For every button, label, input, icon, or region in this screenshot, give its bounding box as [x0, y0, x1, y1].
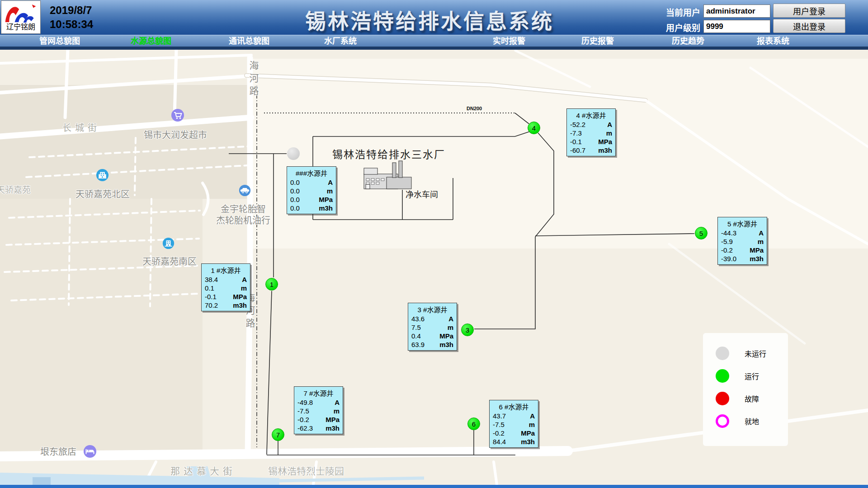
well-marker-idle[interactable] [287, 147, 300, 160]
residence-south-icon [162, 237, 175, 251]
well-marker-6-num: 6 [472, 420, 476, 428]
nav-water-source-overview[interactable]: 水源总貌图 [131, 35, 171, 47]
company-logo: 辽宁铭朗 [1, 0, 41, 34]
well-marker-3[interactable]: 3 [461, 324, 474, 336]
well-unit: MPa [521, 429, 535, 437]
well-box-title: 7 #水源井 [294, 387, 343, 398]
user-level-label: 用户级别 [666, 21, 700, 33]
well-unit: m [529, 420, 535, 429]
well-value: -0.1 [570, 137, 582, 146]
well-data-box-hash: ###水源井 0.0A 0.0m 0.0MPa 0.0m3h [287, 166, 336, 214]
local-status-icon [716, 414, 729, 428]
well-unit: A [607, 120, 612, 129]
well-value: -7.5 [493, 420, 505, 429]
well-value: 0.0 [290, 195, 300, 204]
well-unit: MPa [326, 415, 340, 424]
well-value: -60.7 [570, 146, 585, 155]
status-legend: 未运行 运行 故障 就地 [703, 333, 788, 446]
well-unit: A [448, 314, 453, 323]
nav-bottom-strip [0, 47, 868, 50]
well-unit: m [606, 129, 612, 137]
hotel-label: 垠东旅店 [40, 445, 76, 458]
well-unit: m3h [439, 340, 453, 349]
well-unit: MPa [319, 195, 333, 204]
well-marker-1[interactable]: 1 [265, 278, 278, 291]
well-marker-1-num: 1 [270, 281, 274, 288]
legend-item-local: 就地 [703, 410, 788, 432]
well-marker-6[interactable]: 6 [467, 418, 480, 430]
logout-button[interactable]: 退出登录 [773, 19, 845, 33]
well-marker-5[interactable]: 5 [695, 227, 708, 239]
nadamu-street-label: 那达慕大街 [170, 464, 236, 477]
well-value: -0.2 [721, 246, 733, 254]
well-unit: m3h [598, 146, 612, 155]
idle-status-icon [716, 347, 729, 360]
well-value: 0.1 [205, 284, 214, 292]
well-data-box-3: 3 #水源井 43.6A 7.5m 0.4MPa 63.9m3h [408, 303, 457, 351]
well-unit: MPa [750, 246, 764, 254]
well-unit: MPa [598, 137, 612, 146]
well-value: 43.6 [411, 314, 425, 323]
well-value: 38.4 [205, 275, 218, 284]
workshop-label: 净水车间 [406, 188, 438, 200]
well-value: 43.7 [493, 412, 506, 420]
legend-label: 就地 [745, 416, 759, 427]
well-data-box-5: 5 #水源井 -44.3A -5.9m -0.2MPa -39.0m3h [717, 217, 767, 265]
nav-realtime-alarm[interactable]: 实时报警 [493, 35, 525, 47]
legend-label: 运行 [745, 371, 759, 381]
well-marker-5-num: 5 [699, 230, 703, 237]
well-unit: MPa [439, 332, 453, 340]
well-marker-4[interactable]: 4 [528, 122, 540, 134]
main-nav: 管网总貌图 水源总貌图 通讯总貌图 水厂系统 实时报警 历史报警 历史趋势 报表… [0, 35, 868, 50]
well-unit: m3h [750, 254, 764, 263]
well-unit: m3h [521, 437, 535, 446]
nav-report-system[interactable]: 报表系统 [757, 35, 789, 47]
tire-shop-icon [239, 184, 251, 198]
well-value: -0.2 [297, 415, 309, 424]
haihe-road-label-top: 海河路 [246, 61, 260, 99]
well-value: -7.3 [570, 129, 582, 137]
well-value: -62.3 [297, 424, 313, 432]
datetime: 2019/8/7 10:58:34 [50, 3, 93, 31]
well-value: 63.9 [411, 340, 425, 349]
well-value: 0.0 [290, 178, 300, 187]
well-value: 0.4 [411, 332, 421, 340]
well-marker-7[interactable]: 7 [272, 428, 284, 441]
fault-status-icon [716, 392, 729, 405]
nav-water-plant-system[interactable]: 水厂系统 [324, 35, 357, 47]
nav-history-alarm[interactable]: 历史报警 [581, 35, 614, 47]
plant-title: 锡林浩特给排水三水厂 [332, 146, 445, 161]
current-date: 2019/8/7 [50, 3, 93, 17]
nav-history-trend[interactable]: 历史趋势 [672, 35, 704, 47]
well-box-title: ###水源井 [287, 167, 336, 178]
well-data-box-4: 4 #水源井 -52.2A -7.3m -0.1MPa -60.7m3h [566, 108, 616, 156]
well-unit: m3h [233, 301, 247, 310]
well-unit: A [530, 412, 535, 420]
well-value: -52.2 [570, 120, 585, 129]
well-marker-4-num: 4 [532, 124, 536, 132]
well-unit: m [334, 407, 340, 415]
well-unit: m [241, 284, 247, 292]
well-unit: A [759, 229, 764, 237]
well-value: 7.5 [411, 323, 421, 332]
well-unit: A [328, 178, 333, 187]
well-value: -49.8 [297, 398, 313, 407]
well-unit: m [448, 323, 453, 332]
well-box-title: 3 #水源井 [408, 303, 457, 314]
nav-pipe-network-overview[interactable]: 管网总貌图 [39, 35, 80, 47]
bottom-window-strip [0, 485, 868, 488]
well-unit: m [327, 187, 333, 195]
well-value: -44.3 [721, 229, 736, 237]
current-user-label: 当前用户 [666, 6, 700, 18]
login-button[interactable]: 用户登录 [773, 4, 845, 18]
pipe-diameter-label: DN200 [467, 106, 482, 111]
well-data-box-7: 7 #水源井 -49.8A -7.5m -0.2MPa -62.3m3h [294, 386, 343, 434]
legend-item-idle: 未运行 [703, 342, 788, 365]
well-data-box-6: 6 #水源井 43.7A -7.5m -0.2MPa 84.4m3h [489, 400, 538, 448]
current-user-input[interactable] [703, 5, 770, 18]
nav-communication-overview[interactable]: 通讯总貌图 [229, 35, 269, 47]
supermarket-icon [171, 108, 184, 124]
well-marker-3-num: 3 [466, 326, 469, 334]
well-value: 0.0 [290, 187, 300, 195]
user-level-input[interactable] [703, 20, 770, 33]
